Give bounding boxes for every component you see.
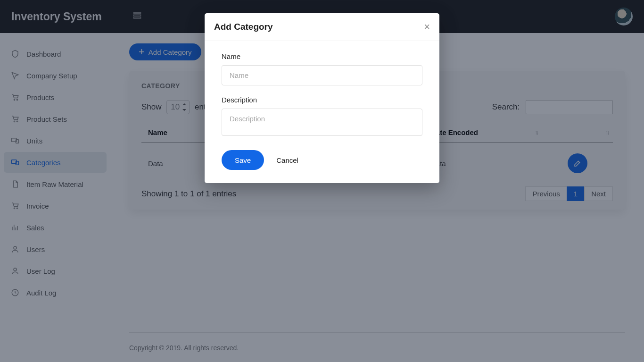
description-label: Description <box>222 96 422 104</box>
modal-header: Add Category × <box>205 13 439 41</box>
form-group-description: Description <box>222 96 422 138</box>
modal-title: Add Category <box>214 22 273 32</box>
description-field[interactable] <box>222 109 422 136</box>
modal-actions: Save Cancel <box>222 150 422 170</box>
cancel-button[interactable]: Cancel <box>276 156 298 164</box>
close-icon[interactable]: × <box>424 22 430 32</box>
add-category-modal: Add Category × Name Description Save Can… <box>205 13 439 183</box>
modal-body: Name Description Save Cancel <box>205 41 439 183</box>
name-label: Name <box>222 52 422 60</box>
save-button[interactable]: Save <box>222 150 264 170</box>
name-field[interactable] <box>222 65 422 85</box>
form-group-name: Name <box>222 52 422 85</box>
